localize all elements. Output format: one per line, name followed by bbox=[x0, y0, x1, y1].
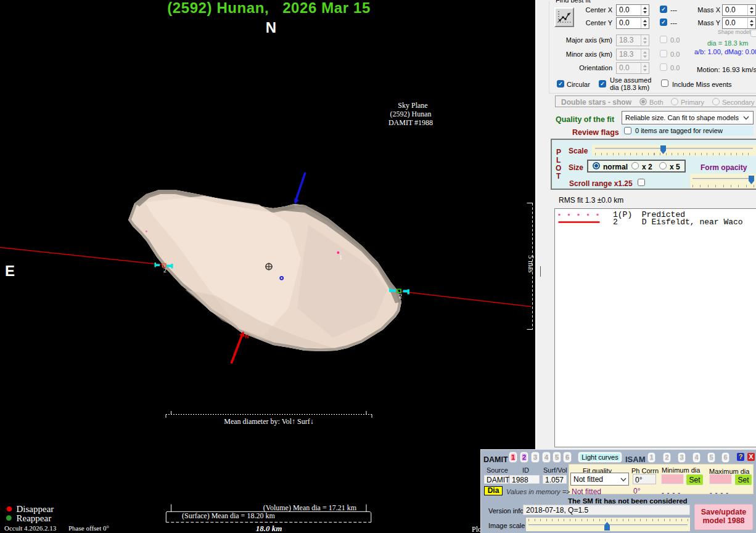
svg-text:Occult 4.2026.2.13: Occult 4.2026.2.13 bbox=[4, 524, 57, 532]
svg-text:Sky Plane: Sky Plane bbox=[398, 101, 427, 110]
svg-text:Phase offset 0°: Phase offset 0° bbox=[68, 524, 109, 532]
svg-text:E: E bbox=[5, 262, 15, 279]
svg-text:Mean diameter by: Vol↑ Surf↓: Mean diameter by: Vol↑ Surf↓ bbox=[224, 417, 314, 426]
svg-text:DAMIT #1988: DAMIT #1988 bbox=[388, 118, 433, 127]
svg-text:18.0 km: 18.0 km bbox=[256, 524, 282, 533]
svg-text:1: 1 bbox=[339, 254, 342, 261]
svg-text:(2592) Hunan, 2026 Mar 15: (2592) Hunan, 2026 Mar 15 bbox=[167, 0, 371, 16]
svg-text:N: N bbox=[266, 19, 276, 36]
svg-text:2: 2 bbox=[399, 293, 402, 299]
svg-text:2: 2 bbox=[163, 267, 166, 274]
svg-text:Reappear: Reappear bbox=[17, 513, 52, 523]
svg-text:(Volume) Mean dia = 17.21 km: (Volume) Mean dia = 17.21 km bbox=[263, 503, 357, 512]
svg-text:N: N bbox=[245, 333, 249, 340]
svg-text:(Surface) Mean dia = 18.20 km: (Surface) Mean dia = 18.20 km bbox=[182, 511, 275, 520]
svg-text:5 mas: 5 mas bbox=[527, 255, 535, 273]
svg-text:(2592) Hunan: (2592) Hunan bbox=[390, 110, 432, 118]
